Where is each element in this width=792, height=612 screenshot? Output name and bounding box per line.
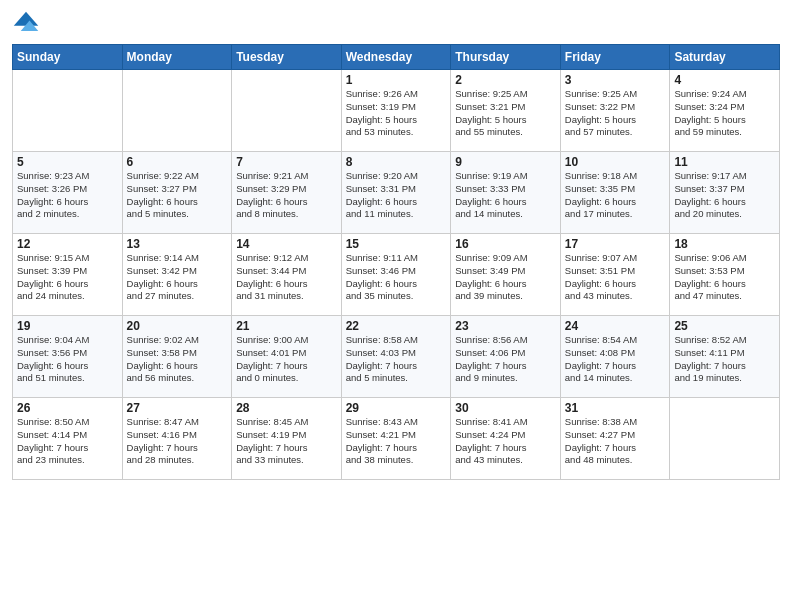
weekday-header-saturday: Saturday <box>670 45 780 70</box>
day-number: 13 <box>127 237 228 251</box>
calendar-cell: 15Sunrise: 9:11 AM Sunset: 3:46 PM Dayli… <box>341 234 451 316</box>
calendar-cell: 31Sunrise: 8:38 AM Sunset: 4:27 PM Dayli… <box>560 398 670 480</box>
day-info: Sunrise: 8:58 AM Sunset: 4:03 PM Dayligh… <box>346 334 447 385</box>
calendar-cell: 8Sunrise: 9:20 AM Sunset: 3:31 PM Daylig… <box>341 152 451 234</box>
calendar-cell: 9Sunrise: 9:19 AM Sunset: 3:33 PM Daylig… <box>451 152 561 234</box>
day-info: Sunrise: 9:24 AM Sunset: 3:24 PM Dayligh… <box>674 88 775 139</box>
calendar-cell: 29Sunrise: 8:43 AM Sunset: 4:21 PM Dayli… <box>341 398 451 480</box>
calendar-week-3: 12Sunrise: 9:15 AM Sunset: 3:39 PM Dayli… <box>13 234 780 316</box>
calendar-cell <box>232 70 342 152</box>
day-number: 1 <box>346 73 447 87</box>
day-number: 22 <box>346 319 447 333</box>
calendar-cell: 27Sunrise: 8:47 AM Sunset: 4:16 PM Dayli… <box>122 398 232 480</box>
day-info: Sunrise: 9:04 AM Sunset: 3:56 PM Dayligh… <box>17 334 118 385</box>
day-info: Sunrise: 8:43 AM Sunset: 4:21 PM Dayligh… <box>346 416 447 467</box>
calendar-cell <box>122 70 232 152</box>
calendar-cell: 5Sunrise: 9:23 AM Sunset: 3:26 PM Daylig… <box>13 152 123 234</box>
day-number: 4 <box>674 73 775 87</box>
day-info: Sunrise: 8:47 AM Sunset: 4:16 PM Dayligh… <box>127 416 228 467</box>
calendar-cell <box>13 70 123 152</box>
day-info: Sunrise: 8:56 AM Sunset: 4:06 PM Dayligh… <box>455 334 556 385</box>
day-number: 21 <box>236 319 337 333</box>
day-info: Sunrise: 9:17 AM Sunset: 3:37 PM Dayligh… <box>674 170 775 221</box>
calendar-cell: 30Sunrise: 8:41 AM Sunset: 4:24 PM Dayli… <box>451 398 561 480</box>
day-number: 27 <box>127 401 228 415</box>
page-container: SundayMondayTuesdayWednesdayThursdayFrid… <box>0 0 792 488</box>
weekday-header-sunday: Sunday <box>13 45 123 70</box>
day-info: Sunrise: 9:09 AM Sunset: 3:49 PM Dayligh… <box>455 252 556 303</box>
day-info: Sunrise: 9:15 AM Sunset: 3:39 PM Dayligh… <box>17 252 118 303</box>
day-info: Sunrise: 9:18 AM Sunset: 3:35 PM Dayligh… <box>565 170 666 221</box>
calendar-cell: 20Sunrise: 9:02 AM Sunset: 3:58 PM Dayli… <box>122 316 232 398</box>
logo-icon <box>12 10 40 38</box>
weekday-header-wednesday: Wednesday <box>341 45 451 70</box>
calendar-cell: 16Sunrise: 9:09 AM Sunset: 3:49 PM Dayli… <box>451 234 561 316</box>
calendar-cell: 6Sunrise: 9:22 AM Sunset: 3:27 PM Daylig… <box>122 152 232 234</box>
calendar-cell: 11Sunrise: 9:17 AM Sunset: 3:37 PM Dayli… <box>670 152 780 234</box>
day-number: 18 <box>674 237 775 251</box>
day-info: Sunrise: 9:02 AM Sunset: 3:58 PM Dayligh… <box>127 334 228 385</box>
day-number: 26 <box>17 401 118 415</box>
day-info: Sunrise: 9:26 AM Sunset: 3:19 PM Dayligh… <box>346 88 447 139</box>
day-info: Sunrise: 9:12 AM Sunset: 3:44 PM Dayligh… <box>236 252 337 303</box>
day-info: Sunrise: 9:22 AM Sunset: 3:27 PM Dayligh… <box>127 170 228 221</box>
calendar-header: SundayMondayTuesdayWednesdayThursdayFrid… <box>13 45 780 70</box>
calendar-cell: 2Sunrise: 9:25 AM Sunset: 3:21 PM Daylig… <box>451 70 561 152</box>
calendar-cell: 1Sunrise: 9:26 AM Sunset: 3:19 PM Daylig… <box>341 70 451 152</box>
day-info: Sunrise: 9:00 AM Sunset: 4:01 PM Dayligh… <box>236 334 337 385</box>
calendar-cell: 14Sunrise: 9:12 AM Sunset: 3:44 PM Dayli… <box>232 234 342 316</box>
day-info: Sunrise: 9:21 AM Sunset: 3:29 PM Dayligh… <box>236 170 337 221</box>
day-number: 9 <box>455 155 556 169</box>
day-info: Sunrise: 8:50 AM Sunset: 4:14 PM Dayligh… <box>17 416 118 467</box>
calendar-table: SundayMondayTuesdayWednesdayThursdayFrid… <box>12 44 780 480</box>
day-number: 17 <box>565 237 666 251</box>
day-info: Sunrise: 9:20 AM Sunset: 3:31 PM Dayligh… <box>346 170 447 221</box>
calendar-cell: 10Sunrise: 9:18 AM Sunset: 3:35 PM Dayli… <box>560 152 670 234</box>
calendar-cell: 4Sunrise: 9:24 AM Sunset: 3:24 PM Daylig… <box>670 70 780 152</box>
calendar-cell: 12Sunrise: 9:15 AM Sunset: 3:39 PM Dayli… <box>13 234 123 316</box>
day-number: 5 <box>17 155 118 169</box>
calendar-week-5: 26Sunrise: 8:50 AM Sunset: 4:14 PM Dayli… <box>13 398 780 480</box>
weekday-header-tuesday: Tuesday <box>232 45 342 70</box>
day-info: Sunrise: 9:25 AM Sunset: 3:22 PM Dayligh… <box>565 88 666 139</box>
day-info: Sunrise: 8:41 AM Sunset: 4:24 PM Dayligh… <box>455 416 556 467</box>
weekday-header-thursday: Thursday <box>451 45 561 70</box>
svg-marker-0 <box>14 12 39 26</box>
day-info: Sunrise: 8:54 AM Sunset: 4:08 PM Dayligh… <box>565 334 666 385</box>
day-number: 20 <box>127 319 228 333</box>
calendar-cell: 19Sunrise: 9:04 AM Sunset: 3:56 PM Dayli… <box>13 316 123 398</box>
calendar-week-2: 5Sunrise: 9:23 AM Sunset: 3:26 PM Daylig… <box>13 152 780 234</box>
day-number: 30 <box>455 401 556 415</box>
calendar-cell <box>670 398 780 480</box>
day-info: Sunrise: 9:07 AM Sunset: 3:51 PM Dayligh… <box>565 252 666 303</box>
day-number: 10 <box>565 155 666 169</box>
day-number: 7 <box>236 155 337 169</box>
calendar-week-4: 19Sunrise: 9:04 AM Sunset: 3:56 PM Dayli… <box>13 316 780 398</box>
day-number: 3 <box>565 73 666 87</box>
day-number: 19 <box>17 319 118 333</box>
calendar-cell: 28Sunrise: 8:45 AM Sunset: 4:19 PM Dayli… <box>232 398 342 480</box>
day-number: 25 <box>674 319 775 333</box>
calendar-cell: 25Sunrise: 8:52 AM Sunset: 4:11 PM Dayli… <box>670 316 780 398</box>
calendar-week-1: 1Sunrise: 9:26 AM Sunset: 3:19 PM Daylig… <box>13 70 780 152</box>
weekday-header-friday: Friday <box>560 45 670 70</box>
weekday-header-row: SundayMondayTuesdayWednesdayThursdayFrid… <box>13 45 780 70</box>
day-number: 2 <box>455 73 556 87</box>
day-number: 31 <box>565 401 666 415</box>
calendar-cell: 26Sunrise: 8:50 AM Sunset: 4:14 PM Dayli… <box>13 398 123 480</box>
day-info: Sunrise: 9:19 AM Sunset: 3:33 PM Dayligh… <box>455 170 556 221</box>
day-number: 11 <box>674 155 775 169</box>
calendar-cell: 22Sunrise: 8:58 AM Sunset: 4:03 PM Dayli… <box>341 316 451 398</box>
day-number: 29 <box>346 401 447 415</box>
weekday-header-monday: Monday <box>122 45 232 70</box>
day-info: Sunrise: 9:06 AM Sunset: 3:53 PM Dayligh… <box>674 252 775 303</box>
day-number: 23 <box>455 319 556 333</box>
calendar-cell: 21Sunrise: 9:00 AM Sunset: 4:01 PM Dayli… <box>232 316 342 398</box>
day-number: 16 <box>455 237 556 251</box>
day-number: 24 <box>565 319 666 333</box>
header <box>12 10 780 38</box>
day-info: Sunrise: 8:45 AM Sunset: 4:19 PM Dayligh… <box>236 416 337 467</box>
day-info: Sunrise: 8:38 AM Sunset: 4:27 PM Dayligh… <box>565 416 666 467</box>
calendar-cell: 7Sunrise: 9:21 AM Sunset: 3:29 PM Daylig… <box>232 152 342 234</box>
calendar-cell: 24Sunrise: 8:54 AM Sunset: 4:08 PM Dayli… <box>560 316 670 398</box>
